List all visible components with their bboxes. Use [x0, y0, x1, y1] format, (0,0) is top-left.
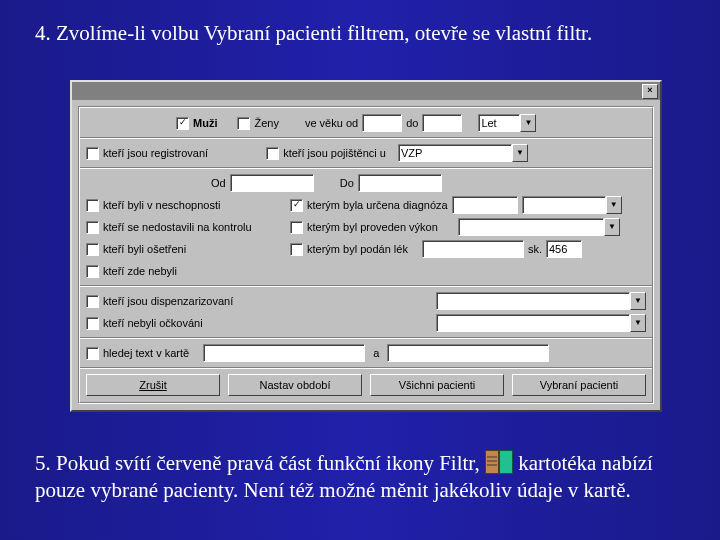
checkbox-vykon[interactable]: kterým byl proveden výkon [290, 221, 438, 234]
checkbox-hledej[interactable]: hledej text v kartě [86, 347, 189, 360]
checkbox-neschopnost[interactable]: kteří byli v neschopnosti [86, 199, 286, 212]
instruction-text-top: 4. Zvolíme-li volbu Vybraní pacienti fil… [0, 0, 720, 57]
label-nebyli: kteří zde nebyli [103, 265, 177, 277]
label-diagnoza: kterým byla určena diagnóza [307, 199, 448, 211]
label-sk: sk. [528, 243, 542, 255]
input-search-2[interactable] [387, 344, 549, 362]
label-neschopnost: kteří byli v neschopnosti [103, 199, 220, 211]
chevron-down-icon: ▼ [520, 114, 536, 132]
checkbox-nebyli[interactable]: kteří zde nebyli [86, 265, 177, 278]
checkbox-zeny[interactable]: Ženy [237, 117, 278, 130]
label-dispenz: kteří jsou dispenzarizovaní [103, 295, 233, 307]
checkbox-lek[interactable]: kterým byl podán lék [290, 243, 408, 256]
checkbox-osetren[interactable]: kteří byli ošetřeni [86, 243, 286, 256]
all-patients-button[interactable]: Všichni pacienti [370, 374, 504, 396]
input-age-to[interactable] [422, 114, 462, 132]
combo-dispenz[interactable]: ▼ [436, 292, 646, 310]
combo-pojistovna[interactable]: VZP ▼ [398, 144, 528, 162]
label-muzi: Muži [193, 117, 217, 129]
input-age-from[interactable] [362, 114, 402, 132]
label-ve-veku-od: ve věku od [305, 117, 358, 129]
input-search-1[interactable] [203, 344, 365, 362]
label-do: do [406, 117, 418, 129]
combo-diagnoza[interactable]: ▼ [522, 196, 622, 214]
label-kontrola: kteří se nedostavili na kontrolu [103, 221, 252, 233]
combo-ockovani[interactable]: ▼ [436, 314, 646, 332]
checkbox-diagnoza[interactable]: ✓ kterým byla určena diagnóza [290, 199, 448, 212]
label-ockovani: kteří nebyli očkováni [103, 317, 203, 329]
label-a: a [369, 347, 383, 359]
set-period-button[interactable]: Nastav období [228, 374, 362, 396]
input-sk[interactable]: 456 [546, 240, 582, 258]
checkbox-muzi[interactable]: ✓ Muži [176, 117, 217, 130]
label-registrovani: kteří jsou registrovaní [103, 147, 208, 159]
input-date-from[interactable] [230, 174, 314, 192]
label-hledej: hledej text v kartě [103, 347, 189, 359]
cancel-button[interactable]: Zrušit [86, 374, 220, 396]
close-icon[interactable]: × [642, 84, 658, 99]
chevron-down-icon: ▼ [606, 196, 622, 214]
label-vykon: kterým byl proveden výkon [307, 221, 438, 233]
checkbox-pojistenci[interactable]: kteří jsou pojištěnci u [266, 147, 386, 160]
label-do2: Do [340, 177, 354, 189]
label-od: Od [211, 177, 226, 189]
input-diagnoza[interactable] [452, 196, 518, 214]
chevron-down-icon: ▼ [630, 292, 646, 310]
checkbox-dispenz[interactable]: kteří jsou dispenzarizovaní [86, 295, 233, 308]
chevron-down-icon: ▼ [630, 314, 646, 332]
chevron-down-icon: ▼ [604, 218, 620, 236]
label-pojistenci: kteří jsou pojištěnci u [283, 147, 386, 159]
label-zeny: Ženy [254, 117, 278, 129]
checkbox-registrovani[interactable]: kteří jsou registrovaní [86, 147, 208, 160]
input-lek[interactable] [422, 240, 524, 258]
combo-vykon[interactable]: ▼ [458, 218, 620, 236]
checkbox-kontrola[interactable]: kteří se nedostavili na kontrolu [86, 221, 286, 234]
filter-dialog: × ✓ Muži Ženy ve věku od do Let ▼ [70, 80, 662, 412]
filter-icon [485, 450, 513, 474]
label-osetren: kteří byli ošetřeni [103, 243, 186, 255]
input-date-to[interactable] [358, 174, 442, 192]
titlebar: × [72, 82, 660, 100]
combo-age-unit[interactable]: Let ▼ [478, 114, 536, 132]
chevron-down-icon: ▼ [512, 144, 528, 162]
checkbox-ockovani[interactable]: kteří nebyli očkováni [86, 317, 203, 330]
instruction-text-bottom: 5. Pokud svítí červeně pravá část funkčn… [35, 450, 685, 505]
label-lek: kterým byl podán lék [307, 243, 408, 255]
selected-patients-button[interactable]: Vybraní pacienti [512, 374, 646, 396]
